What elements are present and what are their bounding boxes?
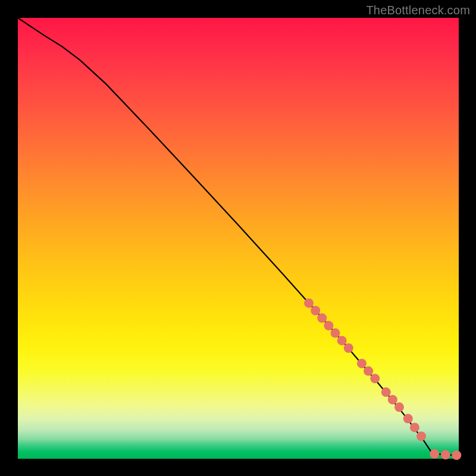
chart-stage: TheBottleneck.com: [0, 0, 476, 476]
curve-line: [18, 18, 459, 455]
chart-overlay: [18, 18, 459, 459]
data-point: [381, 387, 391, 397]
data-point: [441, 450, 450, 459]
data-point: [331, 328, 340, 338]
data-point: [410, 422, 419, 432]
watermark-text: TheBottleneck.com: [366, 4, 470, 17]
data-point: [324, 321, 333, 330]
plot-area: [18, 18, 459, 459]
data-point: [311, 306, 320, 315]
data-point: [357, 359, 367, 368]
data-point: [394, 402, 404, 412]
data-point: [370, 374, 380, 383]
data-point: [317, 314, 327, 323]
data-point: [430, 449, 439, 459]
data-point: [364, 367, 373, 376]
marker-group: [304, 298, 461, 460]
data-point: [416, 431, 426, 441]
data-point: [452, 450, 461, 460]
data-point: [388, 395, 397, 405]
data-point: [344, 343, 353, 353]
data-point: [337, 336, 347, 345]
data-point: [304, 298, 314, 308]
data-point: [403, 414, 413, 424]
